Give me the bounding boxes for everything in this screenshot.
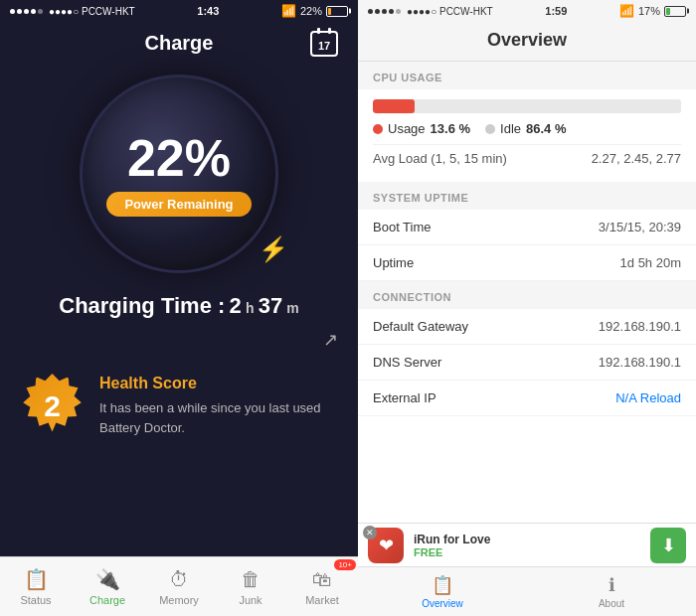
- rsignal-dot-5: [396, 9, 401, 14]
- junk-nav-icon: 🗑: [241, 568, 261, 591]
- left-status-bar: ●●●●○ PCCW-HKT 1:43 📶 22%: [0, 0, 358, 22]
- uptime-label: Uptime: [373, 255, 414, 270]
- charging-time: Charging Time : 2 h 37 m: [0, 283, 358, 329]
- left-carrier: ●●●●○ PCCW-HKT: [49, 6, 135, 17]
- cpu-usage-label: Usage: [388, 121, 426, 136]
- cpu-section-header: CPU USAGE: [358, 62, 696, 89]
- dns-label: DNS Server: [373, 355, 441, 370]
- market-nav-label: Market: [305, 594, 339, 606]
- rsignal-dot-1: [368, 9, 373, 14]
- health-score-number: 2: [44, 389, 61, 423]
- dns-row: DNS Server 192.168.190.1: [358, 345, 696, 381]
- left-time: 1:43: [197, 5, 219, 17]
- boot-time-value: 3/15/15, 20:39: [599, 220, 681, 234]
- cpu-idle-value: 86.4 %: [526, 121, 566, 136]
- cpu-usage-value: 13.6 %: [431, 121, 470, 136]
- left-status-bar-left: ●●●●○ PCCW-HKT: [10, 6, 135, 17]
- connection-table: Default Gateway 192.168.190.1 DNS Server…: [358, 309, 696, 416]
- gateway-label: Default Gateway: [373, 319, 468, 334]
- cpu-bar-fill: [373, 99, 415, 113]
- about-nav-label: About: [599, 598, 624, 609]
- right-time: 1:59: [545, 5, 567, 17]
- right-header: Overview: [358, 22, 696, 62]
- right-panel: ●●●●○ PCCW-HKT 1:59 📶 17% Overview CPU U…: [358, 0, 696, 616]
- nav-item-charge[interactable]: 🔌 Charge: [72, 557, 143, 616]
- battery-circle-container: 22% Power Remaining ⚡: [0, 75, 358, 273]
- right-status-bar-right: 📶 17%: [619, 4, 686, 18]
- dns-value: 192.168.190.1: [599, 355, 681, 370]
- health-score-label: Health Score: [99, 375, 338, 392]
- nav-item-status[interactable]: 📋 Status: [0, 557, 72, 616]
- battery-circle: 22% Power Remaining: [80, 75, 278, 273]
- left-battery-percent: 22%: [300, 5, 322, 17]
- ad-download-button[interactable]: ⬇: [650, 528, 686, 563]
- cpu-idle-label: Idle: [500, 121, 521, 136]
- avg-load-value: 2.27, 2.45, 2.77: [592, 151, 681, 166]
- idle-dot: [485, 124, 495, 134]
- signal-dot-4: [31, 9, 36, 14]
- health-score-badge: 2: [20, 374, 85, 438]
- right-nav-overview[interactable]: 📋 Overview: [358, 574, 527, 609]
- export-icon[interactable]: ↗: [323, 329, 338, 351]
- charge-nav-label: Charge: [89, 594, 125, 606]
- signal-dot-1: [10, 9, 15, 14]
- calendar-icon[interactable]: 17: [310, 31, 338, 57]
- ad-sub: FREE: [414, 546, 640, 558]
- uptime-value: 1d 5h 20m: [620, 255, 681, 270]
- market-nav-icon: 🛍: [312, 568, 332, 591]
- right-battery-icon: [664, 6, 686, 17]
- ad-banner: ✕ ❤ iRun for Love FREE ⬇: [358, 523, 696, 566]
- left-panel: ●●●●○ PCCW-HKT 1:43 📶 22% Charge 17 22% …: [0, 0, 358, 616]
- right-signal-dots: [368, 9, 401, 14]
- avg-load-label: Avg Load (1, 5, 15 min): [373, 151, 507, 166]
- status-nav-icon: 📋: [24, 567, 49, 591]
- ad-text: iRun for Love FREE: [414, 533, 640, 558]
- market-badge: 10+: [334, 559, 356, 570]
- left-header: Charge 17: [0, 22, 358, 65]
- rsignal-dot-2: [375, 9, 380, 14]
- about-nav-icon: ℹ: [609, 574, 615, 596]
- right-wifi-icon: 📶: [619, 4, 634, 18]
- charging-minutes: 37: [259, 293, 282, 318]
- left-wifi-icon: 📶: [281, 4, 296, 18]
- ad-close-button[interactable]: ✕: [363, 526, 377, 539]
- right-title: Overview: [487, 30, 567, 50]
- overview-nav-label: Overview: [422, 598, 463, 609]
- gateway-row: Default Gateway 192.168.190.1: [358, 309, 696, 345]
- signal-dots: [10, 9, 43, 14]
- health-score-description: It has been a while since you last used …: [99, 398, 338, 437]
- calendar-date: 17: [318, 40, 330, 52]
- power-remaining-badge: Power Remaining: [106, 192, 251, 217]
- overview-nav-icon: 📋: [432, 574, 453, 596]
- junk-nav-label: Junk: [239, 594, 261, 606]
- boot-time-row: Boot Time 3/15/15, 20:39: [358, 210, 696, 245]
- right-carrier: ●●●●○ PCCW-HKT: [407, 6, 493, 17]
- content-area: CPU USAGE Usage 13.6 % Idle 86.4 % Avg L…: [358, 62, 696, 523]
- nav-item-memory[interactable]: ⏱ Memory: [143, 557, 215, 616]
- memory-nav-label: Memory: [159, 594, 199, 606]
- usage-dot: [373, 124, 383, 134]
- right-battery-percent: 17%: [638, 5, 660, 17]
- external-ip-row: External IP N/A Reload: [358, 381, 696, 416]
- signal-dot-3: [24, 9, 29, 14]
- external-ip-value[interactable]: N/A Reload: [615, 390, 681, 405]
- memory-nav-icon: ⏱: [169, 568, 189, 591]
- right-nav-about[interactable]: ℹ About: [527, 574, 696, 609]
- charging-h: h: [246, 300, 255, 316]
- boot-time-label: Boot Time: [373, 220, 432, 234]
- cpu-usage-section: Usage 13.6 % Idle 86.4 % Avg Load (1, 5,…: [358, 89, 696, 182]
- right-battery-fill: [666, 8, 670, 15]
- charge-nav-icon: 🔌: [95, 567, 120, 591]
- status-nav-label: Status: [20, 594, 51, 606]
- health-score-section: 2 Health Score It has been a while since…: [0, 359, 358, 453]
- nav-item-market[interactable]: 🛍 10+ Market: [286, 557, 358, 616]
- uptime-row: Uptime 1d 5h 20m: [358, 245, 696, 281]
- external-ip-label: External IP: [373, 390, 436, 405]
- cpu-idle-stat: Idle 86.4 %: [485, 121, 566, 136]
- signal-dot-5: [38, 9, 43, 14]
- left-battery-icon: [326, 6, 348, 17]
- rsignal-dot-4: [389, 9, 394, 14]
- health-text: Health Score It has been a while since y…: [99, 375, 338, 437]
- left-status-bar-right: 📶 22%: [281, 4, 348, 18]
- nav-item-junk[interactable]: 🗑 Junk: [215, 557, 286, 616]
